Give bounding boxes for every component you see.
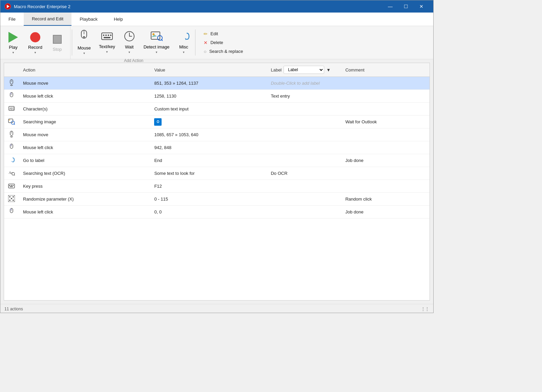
svg-rect-6	[103, 35, 104, 36]
svg-rect-10	[104, 37, 110, 38]
row-comment	[341, 77, 430, 90]
play-icon	[7, 31, 19, 43]
row-action: Mouse left click	[19, 90, 150, 103]
close-button[interactable]: ✕	[414, 0, 429, 13]
row-icon-cell	[4, 128, 19, 141]
table-row[interactable]: Go to labelEndJob done	[4, 154, 430, 167]
resize-grip[interactable]: ⋮⋮	[421, 307, 429, 311]
row-comment	[341, 167, 430, 180]
table-row[interactable]: Randomize parameter (X)0 - 115Random cli…	[4, 193, 430, 206]
wait-icon	[124, 30, 135, 43]
actions-count: 11 actions	[4, 307, 23, 311]
table-row[interactable]: Mouse left click0, 0Job done	[4, 206, 430, 219]
svg-rect-29	[8, 119, 13, 123]
menu-playback[interactable]: Playback	[71, 13, 106, 26]
wait-label: Wait	[125, 44, 134, 49]
record-button[interactable]: Record ▼	[24, 29, 46, 56]
table-row[interactable]: Mouse left click942, 848	[4, 141, 430, 154]
search-replace-label: Search & replace	[209, 49, 243, 54]
col-icon	[4, 63, 19, 77]
row-icon-cell	[4, 206, 19, 219]
textkey-button[interactable]: Text/key ▼	[95, 29, 119, 56]
svg-rect-5	[102, 33, 112, 40]
table-row[interactable]: Mouse move1085, 657 » 1053, 640	[4, 128, 430, 141]
delete-icon: ✕	[204, 40, 208, 45]
edit-button[interactable]: ✏ Edit	[202, 30, 252, 37]
delete-button[interactable]: ✕ Delete	[202, 39, 252, 46]
play-label: Play	[9, 45, 17, 50]
table-row[interactable]: Mouse left click1258, 1130Text entry	[4, 90, 430, 103]
toolbar-right-actions: ✏ Edit ✕ Delete ○ Search & replace	[197, 28, 258, 58]
record-label: Record	[28, 45, 42, 50]
menu-record-edit[interactable]: Record and Edit	[24, 13, 71, 26]
row-label[interactable]	[267, 141, 341, 154]
row-label[interactable]	[267, 193, 341, 206]
col-comment: Comment	[341, 63, 430, 77]
row-value: 1085, 657 » 1053, 640	[150, 128, 267, 141]
app-icon	[4, 3, 11, 10]
svg-rect-9	[110, 35, 111, 36]
row-label[interactable]	[267, 128, 341, 141]
table-row[interactable]: ABICharacter(s)Custom text input	[4, 103, 430, 116]
svg-point-30	[9, 120, 10, 121]
row-label[interactable]	[267, 103, 341, 116]
row-icon-cell	[4, 193, 19, 206]
row-icon-cell	[4, 90, 19, 103]
row-label[interactable]: Do OCR	[267, 167, 341, 180]
delete-label: Delete	[210, 40, 223, 45]
row-comment	[341, 180, 430, 193]
row-label[interactable]: Double-Click to add label	[267, 77, 341, 90]
svg-point-50	[13, 196, 14, 198]
row-icon-cell	[4, 77, 19, 90]
svg-rect-45	[9, 185, 10, 186]
table-row[interactable]: Key pressF12	[4, 180, 430, 193]
row-action: Mouse left click	[19, 206, 150, 219]
row-label[interactable]	[267, 116, 341, 128]
svg-line-43	[14, 175, 15, 176]
svg-rect-48	[10, 186, 13, 187]
minimize-button[interactable]: —	[382, 0, 398, 13]
wait-button[interactable]: Wait ▼	[119, 28, 140, 56]
stop-button[interactable]: Stop	[47, 31, 67, 54]
play-arrow: ▼	[12, 51, 15, 54]
svg-line-37	[12, 137, 13, 137]
label-filter-select[interactable]: Label Do OCR Text entry End	[284, 66, 324, 74]
svg-text:ABI: ABI	[9, 107, 15, 110]
row-action: Searching text (OCR)	[19, 167, 150, 180]
misc-button[interactable]: Misc ▼	[173, 28, 194, 56]
menu-file[interactable]: File	[0, 13, 24, 26]
record-icon	[29, 31, 41, 43]
misc-icon	[178, 30, 190, 43]
svg-line-36	[10, 137, 12, 137]
row-value: 1258, 1130	[150, 90, 267, 103]
row-comment: Job done	[341, 206, 430, 219]
row-icon-cell: Aa	[4, 167, 19, 180]
menubar: File Record and Edit Playback Help	[0, 13, 433, 26]
svg-rect-26	[10, 92, 12, 95]
search-replace-icon: ○	[204, 49, 206, 54]
action-table: Action Value Label Label Do OCR Text ent…	[4, 63, 430, 219]
add-action-group: Mouse ▼ Text/key ▼	[74, 26, 194, 59]
stop-icon	[51, 33, 63, 45]
svg-line-22	[10, 85, 12, 86]
mouse-button[interactable]: Mouse ▼	[74, 27, 95, 57]
row-icon-cell: ABI	[4, 103, 19, 116]
detect-image-button[interactable]: Detect image ▼	[140, 28, 174, 56]
row-label[interactable]: Text entry	[267, 90, 341, 103]
menu-help[interactable]: Help	[106, 13, 131, 26]
table-row[interactable]: Mouse move851, 353 » 1264, 1137Double-Cl…	[4, 77, 430, 90]
maximize-button[interactable]: ☐	[398, 0, 414, 13]
table-row[interactable]: AaSearching text (OCR)Some text to look …	[4, 167, 430, 180]
row-label[interactable]	[267, 206, 341, 219]
toolbar-divider-2	[195, 29, 195, 56]
row-value: End	[150, 154, 267, 167]
row-label[interactable]	[267, 154, 341, 167]
action-table-container[interactable]: Action Value Label Label Do OCR Text ent…	[4, 63, 430, 301]
search-replace-button[interactable]: ○ Search & replace	[202, 48, 252, 55]
table-row[interactable]: Searching imageOWait for Outlook	[4, 116, 430, 128]
col-value: Value	[150, 63, 267, 77]
play-button[interactable]: Play ▼	[3, 29, 23, 56]
row-comment	[341, 128, 430, 141]
svg-rect-7	[105, 35, 107, 36]
row-label[interactable]	[267, 180, 341, 193]
